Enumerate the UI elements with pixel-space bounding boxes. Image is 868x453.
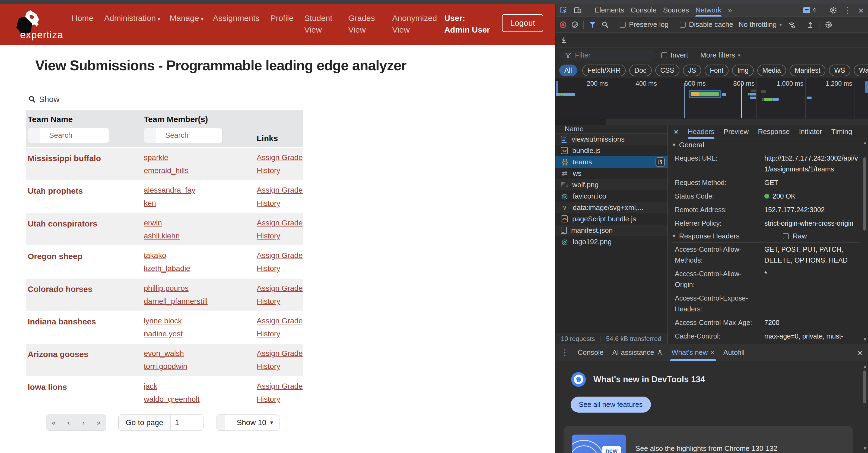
- filter-input[interactable]: Filter: [560, 50, 655, 61]
- assign-grade-link[interactable]: Assign Grade: [257, 382, 303, 391]
- request-type-chip[interactable]: WS: [829, 65, 850, 76]
- record-network-log-icon[interactable]: [560, 22, 566, 28]
- assign-grade-link[interactable]: Assign Grade: [257, 284, 303, 293]
- request-row[interactable]: wolf.png: [555, 179, 668, 190]
- assign-grade-link[interactable]: Assign Grade: [257, 317, 303, 325]
- network-settings-gear-icon[interactable]: [825, 21, 833, 29]
- member-link[interactable]: torri.goodwin: [144, 362, 187, 371]
- request-type-chip[interactable]: Font: [705, 65, 728, 76]
- kebab-menu-icon[interactable]: ⋮: [844, 5, 852, 15]
- request-row[interactable]: viewsubmissions: [555, 133, 668, 145]
- device-toolbar-icon[interactable]: [574, 6, 582, 14]
- member-link[interactable]: sparkle: [144, 153, 168, 162]
- tab-initiator[interactable]: Initiator: [799, 125, 822, 139]
- more-tabs-icon[interactable]: »: [728, 6, 732, 14]
- inspect-element-icon[interactable]: [560, 6, 567, 14]
- tab-elements[interactable]: Elements: [595, 4, 624, 17]
- nav-item[interactable]: Manage▾: [169, 12, 204, 24]
- member-link[interactable]: takako: [144, 251, 166, 260]
- drawer-tab-autofill[interactable]: Autofill: [723, 344, 745, 361]
- history-link[interactable]: History: [257, 330, 280, 338]
- disable-cache-checkbox[interactable]: Disable cache: [680, 20, 733, 29]
- preserve-log-checkbox[interactable]: Preserve log: [620, 20, 669, 29]
- close-tab-icon[interactable]: ×: [711, 348, 715, 357]
- close-devtools-icon[interactable]: ×: [858, 6, 864, 15]
- request-type-chip[interactable]: Img: [732, 65, 754, 76]
- ai-assistance-open-icon[interactable]: [655, 157, 665, 167]
- member-link[interactable]: lynne.block: [144, 317, 182, 325]
- team-members-search-input[interactable]: [156, 128, 222, 143]
- brand-logo[interactable]: expertiza: [11, 9, 62, 41]
- history-link[interactable]: History: [257, 166, 280, 175]
- drawer-tab-ai-assistance[interactable]: AI assistance: [612, 344, 663, 361]
- assign-grade-link[interactable]: Assign Grade: [257, 186, 303, 194]
- member-link[interactable]: nadine.yost: [144, 330, 183, 338]
- response-headers-section-header[interactable]: ▼ Response Headers Raw: [672, 230, 860, 242]
- nav-item[interactable]: Administration▾: [104, 12, 160, 24]
- last-page-button[interactable]: »: [91, 415, 106, 430]
- member-link[interactable]: ashli.kiehn: [144, 232, 180, 240]
- assign-grade-link[interactable]: Assign Grade: [257, 219, 303, 227]
- prev-page-button[interactable]: ‹: [61, 415, 76, 430]
- request-type-chip[interactable]: JS: [683, 65, 701, 76]
- tab-response[interactable]: Response: [758, 125, 789, 139]
- history-link[interactable]: History: [257, 362, 280, 371]
- nav-item[interactable]: Profile: [270, 12, 295, 24]
- tab-sources[interactable]: Sources: [663, 4, 689, 17]
- invert-checkbox[interactable]: Invert: [661, 51, 688, 59]
- history-link[interactable]: History: [257, 297, 280, 306]
- nav-item[interactable]: Student View: [304, 12, 339, 36]
- first-page-button[interactable]: «: [46, 415, 61, 430]
- tab-timing[interactable]: Timing: [831, 125, 852, 139]
- request-row[interactable]: pageScript.bundle.js: [555, 213, 668, 225]
- export-har-icon[interactable]: [807, 21, 814, 28]
- show-button[interactable]: Show: [28, 95, 555, 104]
- throttling-select[interactable]: No throttling ▾: [739, 20, 782, 29]
- raw-headers-checkbox[interactable]: Raw: [783, 232, 807, 240]
- close-drawer-icon[interactable]: ×: [857, 348, 863, 357]
- request-row[interactable]: logo192.png: [555, 236, 668, 248]
- member-link[interactable]: phillip.pouros: [144, 284, 189, 293]
- drawer-tab-whats-new[interactable]: What's new ×: [672, 344, 715, 361]
- assign-grade-link[interactable]: Assign Grade: [257, 153, 303, 162]
- member-link[interactable]: darnell_pfannerstill: [144, 297, 208, 306]
- filter-icon[interactable]: [589, 21, 596, 28]
- request-row[interactable]: ws: [555, 168, 668, 179]
- more-filters-button[interactable]: More filters ▾: [700, 51, 741, 59]
- member-link[interactable]: erwin: [144, 219, 162, 227]
- general-section-header[interactable]: ▼ General: [672, 139, 860, 151]
- network-conditions-icon[interactable]: [787, 21, 796, 29]
- request-type-chip[interactable]: All: [559, 65, 577, 76]
- team-name-search-input[interactable]: [40, 128, 109, 143]
- request-type-chip[interactable]: CSS: [655, 65, 679, 76]
- nav-item[interactable]: Anonymized View: [392, 12, 427, 36]
- scroll-up-icon[interactable]: ▲: [863, 140, 867, 145]
- logout-button[interactable]: Logout: [502, 14, 543, 32]
- details-scrollbar[interactable]: ▲ ▼: [862, 140, 867, 342]
- history-link[interactable]: History: [257, 199, 280, 208]
- goto-page-input[interactable]: [171, 415, 203, 430]
- request-type-chip[interactable]: Media: [757, 65, 786, 76]
- assign-grade-link[interactable]: Assign Grade: [257, 349, 303, 358]
- import-har-icon[interactable]: [560, 36, 567, 43]
- next-page-button[interactable]: ›: [76, 415, 91, 430]
- request-row[interactable]: bundle.js: [555, 145, 668, 156]
- clear-network-log-icon[interactable]: [572, 22, 578, 28]
- request-type-chip[interactable]: Wasm: [854, 65, 868, 76]
- nav-item[interactable]: Assignments: [213, 12, 261, 24]
- member-link[interactable]: ken: [144, 199, 156, 207]
- tab-headers[interactable]: Headers: [688, 125, 714, 139]
- member-link[interactable]: emerald_hills: [144, 166, 189, 175]
- page-size-select[interactable]: Show 10 ▾: [217, 415, 279, 431]
- member-link[interactable]: waldo_greenholt: [144, 395, 200, 403]
- request-type-chip[interactable]: Doc: [629, 65, 651, 76]
- drawer-scrollbar[interactable]: ▲ ▼: [862, 363, 867, 451]
- scroll-down-icon[interactable]: ▼: [863, 446, 867, 451]
- request-row[interactable]: manifest.json: [555, 225, 668, 236]
- member-link[interactable]: evon_walsh: [144, 349, 184, 358]
- nav-item[interactable]: Home: [72, 12, 95, 24]
- nav-item[interactable]: Grades View: [348, 12, 383, 36]
- highlights-card[interactable]: new See also the highlights from Chrome …: [564, 426, 853, 453]
- member-link[interactable]: lizeth_labadie: [144, 264, 190, 273]
- scroll-up-icon[interactable]: ▲: [863, 363, 867, 369]
